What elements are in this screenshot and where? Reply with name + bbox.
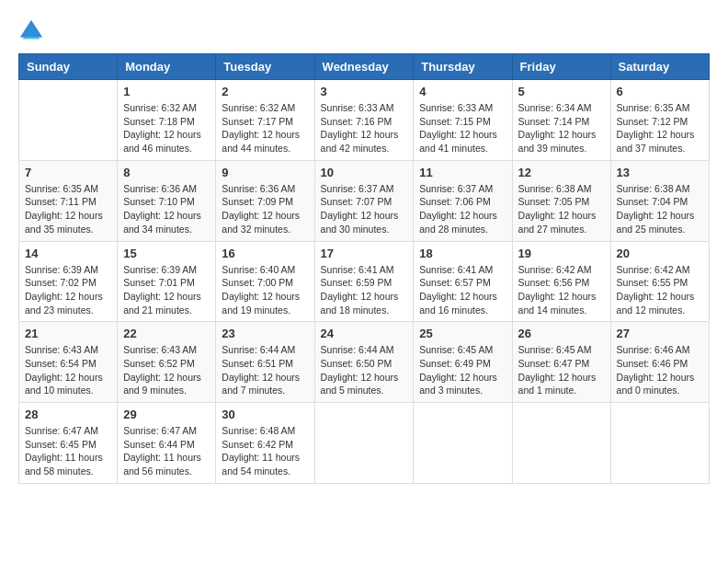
- day-info: Sunrise: 6:43 AM Sunset: 6:54 PM Dayligh…: [25, 343, 111, 397]
- logo: [18, 18, 48, 44]
- day-number: 3: [321, 85, 408, 98]
- calendar-cell: 24Sunrise: 6:44 AM Sunset: 6:50 PM Dayli…: [314, 322, 414, 403]
- day-number: 28: [25, 408, 111, 421]
- day-info: Sunrise: 6:48 AM Sunset: 6:42 PM Dayligh…: [222, 424, 308, 478]
- day-info: Sunrise: 6:47 AM Sunset: 6:44 PM Dayligh…: [123, 424, 210, 478]
- calendar-cell: 3Sunrise: 6:33 AM Sunset: 7:16 PM Daylig…: [314, 80, 414, 161]
- calendar-cell: 23Sunrise: 6:44 AM Sunset: 6:51 PM Dayli…: [216, 322, 314, 403]
- calendar-cell: 18Sunrise: 6:41 AM Sunset: 6:57 PM Dayli…: [414, 241, 512, 322]
- calendar-cell: 26Sunrise: 6:45 AM Sunset: 6:47 PM Dayli…: [512, 322, 610, 403]
- calendar-week-row: 14Sunrise: 6:39 AM Sunset: 7:02 PM Dayli…: [19, 241, 710, 322]
- day-number: 15: [123, 247, 210, 260]
- day-info: Sunrise: 6:39 AM Sunset: 7:01 PM Dayligh…: [123, 263, 210, 317]
- day-number: 23: [222, 327, 308, 340]
- day-info: Sunrise: 6:45 AM Sunset: 6:49 PM Dayligh…: [419, 343, 506, 397]
- calendar-cell: 17Sunrise: 6:41 AM Sunset: 6:59 PM Dayli…: [314, 241, 414, 322]
- day-number: 4: [419, 85, 506, 98]
- day-info: Sunrise: 6:34 AM Sunset: 7:14 PM Dayligh…: [518, 101, 605, 155]
- calendar-cell: 14Sunrise: 6:39 AM Sunset: 7:02 PM Dayli…: [19, 241, 118, 322]
- day-info: Sunrise: 6:38 AM Sunset: 7:05 PM Dayligh…: [518, 182, 605, 236]
- calendar-cell: 15Sunrise: 6:39 AM Sunset: 7:01 PM Dayli…: [118, 241, 216, 322]
- day-info: Sunrise: 6:44 AM Sunset: 6:50 PM Dayligh…: [321, 343, 408, 397]
- calendar-cell: 25Sunrise: 6:45 AM Sunset: 6:49 PM Dayli…: [414, 322, 512, 403]
- day-info: Sunrise: 6:47 AM Sunset: 6:45 PM Dayligh…: [25, 424, 111, 478]
- day-number: 27: [617, 327, 703, 340]
- calendar-cell: 13Sunrise: 6:38 AM Sunset: 7:04 PM Dayli…: [610, 160, 709, 241]
- weekday-header: Thursday: [414, 54, 512, 80]
- calendar-cell: 22Sunrise: 6:43 AM Sunset: 6:52 PM Dayli…: [118, 322, 216, 403]
- calendar-cell: 19Sunrise: 6:42 AM Sunset: 6:56 PM Dayli…: [512, 241, 610, 322]
- day-info: Sunrise: 6:40 AM Sunset: 7:00 PM Dayligh…: [222, 263, 308, 317]
- calendar-week-row: 21Sunrise: 6:43 AM Sunset: 6:54 PM Dayli…: [19, 322, 710, 403]
- calendar-cell: 20Sunrise: 6:42 AM Sunset: 6:55 PM Dayli…: [610, 241, 709, 322]
- day-number: 21: [25, 327, 111, 340]
- day-info: Sunrise: 6:45 AM Sunset: 6:47 PM Dayligh…: [518, 343, 605, 397]
- calendar-week-row: 1Sunrise: 6:32 AM Sunset: 7:18 PM Daylig…: [19, 80, 710, 161]
- day-number: 5: [518, 85, 605, 98]
- calendar-table: SundayMondayTuesdayWednesdayThursdayFrid…: [18, 53, 710, 484]
- day-info: Sunrise: 6:36 AM Sunset: 7:10 PM Dayligh…: [123, 182, 210, 236]
- calendar-cell: 28Sunrise: 6:47 AM Sunset: 6:45 PM Dayli…: [19, 403, 118, 484]
- calendar-cell: 9Sunrise: 6:36 AM Sunset: 7:09 PM Daylig…: [216, 160, 314, 241]
- calendar-cell: 11Sunrise: 6:37 AM Sunset: 7:06 PM Dayli…: [414, 160, 512, 241]
- calendar-cell: [414, 403, 512, 484]
- calendar-header-row: SundayMondayTuesdayWednesdayThursdayFrid…: [19, 54, 710, 80]
- calendar-week-row: 28Sunrise: 6:47 AM Sunset: 6:45 PM Dayli…: [19, 403, 710, 484]
- day-number: 7: [25, 166, 111, 179]
- day-info: Sunrise: 6:32 AM Sunset: 7:18 PM Dayligh…: [123, 101, 210, 155]
- day-info: Sunrise: 6:42 AM Sunset: 6:56 PM Dayligh…: [518, 263, 605, 317]
- weekday-header: Wednesday: [314, 54, 414, 80]
- day-info: Sunrise: 6:36 AM Sunset: 7:09 PM Dayligh…: [222, 182, 308, 236]
- day-info: Sunrise: 6:33 AM Sunset: 7:15 PM Dayligh…: [419, 101, 506, 155]
- day-number: 9: [222, 166, 308, 179]
- calendar-cell: 30Sunrise: 6:48 AM Sunset: 6:42 PM Dayli…: [216, 403, 314, 484]
- day-number: 17: [321, 247, 408, 260]
- day-info: Sunrise: 6:41 AM Sunset: 6:57 PM Dayligh…: [419, 263, 506, 317]
- calendar-cell: 12Sunrise: 6:38 AM Sunset: 7:05 PM Dayli…: [512, 160, 610, 241]
- day-number: 19: [518, 247, 605, 260]
- logo-icon: [18, 18, 44, 44]
- day-info: Sunrise: 6:38 AM Sunset: 7:04 PM Dayligh…: [617, 182, 703, 236]
- calendar-cell: 1Sunrise: 6:32 AM Sunset: 7:18 PM Daylig…: [118, 80, 216, 161]
- calendar-cell: 8Sunrise: 6:36 AM Sunset: 7:10 PM Daylig…: [118, 160, 216, 241]
- calendar-cell: 29Sunrise: 6:47 AM Sunset: 6:44 PM Dayli…: [118, 403, 216, 484]
- day-number: 16: [222, 247, 308, 260]
- calendar-cell: [314, 403, 414, 484]
- day-info: Sunrise: 6:35 AM Sunset: 7:11 PM Dayligh…: [25, 182, 111, 236]
- day-number: 20: [617, 247, 703, 260]
- day-info: Sunrise: 6:44 AM Sunset: 6:51 PM Dayligh…: [222, 343, 308, 397]
- calendar-cell: [19, 80, 118, 161]
- day-number: 13: [617, 166, 703, 179]
- day-info: Sunrise: 6:43 AM Sunset: 6:52 PM Dayligh…: [123, 343, 210, 397]
- day-number: 14: [25, 247, 111, 260]
- day-number: 10: [321, 166, 408, 179]
- day-info: Sunrise: 6:37 AM Sunset: 7:07 PM Dayligh…: [321, 182, 408, 236]
- day-number: 11: [419, 166, 506, 179]
- day-info: Sunrise: 6:42 AM Sunset: 6:55 PM Dayligh…: [617, 263, 703, 317]
- day-number: 2: [222, 85, 308, 98]
- day-number: 29: [123, 408, 210, 421]
- day-number: 24: [321, 327, 408, 340]
- calendar-cell: 21Sunrise: 6:43 AM Sunset: 6:54 PM Dayli…: [19, 322, 118, 403]
- day-info: Sunrise: 6:46 AM Sunset: 6:46 PM Dayligh…: [617, 343, 703, 397]
- calendar-week-row: 7Sunrise: 6:35 AM Sunset: 7:11 PM Daylig…: [19, 160, 710, 241]
- day-number: 8: [123, 166, 210, 179]
- day-number: 22: [123, 327, 210, 340]
- calendar-cell: 2Sunrise: 6:32 AM Sunset: 7:17 PM Daylig…: [216, 80, 314, 161]
- day-info: Sunrise: 6:39 AM Sunset: 7:02 PM Dayligh…: [25, 263, 111, 317]
- day-number: 25: [419, 327, 506, 340]
- day-number: 26: [518, 327, 605, 340]
- calendar-cell: [610, 403, 709, 484]
- weekday-header: Friday: [512, 54, 610, 80]
- day-number: 6: [617, 85, 703, 98]
- calendar-cell: 4Sunrise: 6:33 AM Sunset: 7:15 PM Daylig…: [414, 80, 512, 161]
- day-info: Sunrise: 6:41 AM Sunset: 6:59 PM Dayligh…: [321, 263, 408, 317]
- weekday-header: Saturday: [610, 54, 709, 80]
- weekday-header: Sunday: [19, 54, 118, 80]
- calendar-cell: 27Sunrise: 6:46 AM Sunset: 6:46 PM Dayli…: [610, 322, 709, 403]
- calendar-cell: 10Sunrise: 6:37 AM Sunset: 7:07 PM Dayli…: [314, 160, 414, 241]
- calendar-cell: 16Sunrise: 6:40 AM Sunset: 7:00 PM Dayli…: [216, 241, 314, 322]
- calendar-cell: 6Sunrise: 6:35 AM Sunset: 7:12 PM Daylig…: [610, 80, 709, 161]
- day-info: Sunrise: 6:37 AM Sunset: 7:06 PM Dayligh…: [419, 182, 506, 236]
- weekday-header: Tuesday: [216, 54, 314, 80]
